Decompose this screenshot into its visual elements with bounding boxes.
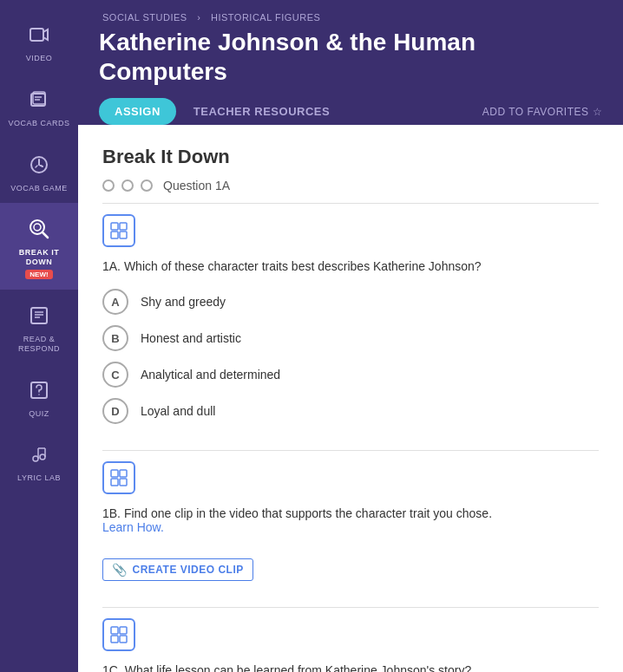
add-favorites-label: Add to Favorites xyxy=(482,106,589,118)
svg-rect-20 xyxy=(111,223,118,230)
assign-button[interactable]: Assign xyxy=(99,98,176,125)
question-1b-top: 1B. Find one clip in the video that supp… xyxy=(102,461,599,581)
breadcrumb-subject: Social Studies xyxy=(102,12,187,23)
svg-point-15 xyxy=(33,456,38,461)
sidebar-item-vocab-game[interactable]: Vocab Game xyxy=(0,139,78,204)
question-1a-block: 1A. Which of these character traits best… xyxy=(102,214,599,424)
svg-point-14 xyxy=(38,394,40,395)
sidebar-vocab-game-label: Vocab Game xyxy=(10,184,68,193)
sidebar-vocab-cards-label: Vocab Cards xyxy=(8,119,69,128)
sidebar-read-respond-label: Read & Respond xyxy=(7,335,71,354)
svg-rect-25 xyxy=(120,470,127,477)
svg-rect-22 xyxy=(111,232,118,238)
question-label: Question 1A xyxy=(163,179,230,192)
svg-rect-26 xyxy=(111,479,118,486)
svg-rect-9 xyxy=(31,308,47,323)
svg-rect-28 xyxy=(111,627,118,634)
read-respond-icon xyxy=(23,300,55,331)
dot-3 xyxy=(141,179,153,192)
header-actions: Assign Teacher Resources Add to Favorite… xyxy=(99,98,602,125)
add-to-favorites-button[interactable]: Add to Favorites ☆ xyxy=(482,106,602,118)
quiz-icon xyxy=(23,375,55,406)
svg-rect-31 xyxy=(120,636,127,643)
question-1b-text: 1B. Find one clip in the video that supp… xyxy=(102,506,599,534)
svg-rect-24 xyxy=(111,470,118,477)
breadcrumb-category: Historical Figures xyxy=(211,12,320,23)
question-1c-icon xyxy=(102,618,135,651)
option-c-circle: C xyxy=(102,362,128,388)
sidebar-item-video[interactable]: Video xyxy=(0,9,78,74)
dot-2 xyxy=(121,179,134,192)
new-badge: NEW! xyxy=(25,270,52,279)
star-icon: ☆ xyxy=(593,106,603,118)
page-title: Katherine Johnson & the Human Computers xyxy=(99,28,602,86)
option-d[interactable]: D Loyal and dull xyxy=(102,398,599,424)
question-1a-text: 1A. Which of these character traits best… xyxy=(102,259,599,273)
teacher-resources-button[interactable]: Teacher Resources xyxy=(183,98,340,125)
progress-dots: Question 1A xyxy=(102,179,599,192)
option-b[interactable]: B Honest and artistic xyxy=(102,325,599,351)
clip-icon: 📎 xyxy=(112,563,128,577)
sidebar-lyric-lab-label: Lyric Lab xyxy=(17,473,61,483)
sidebar-video-label: Video xyxy=(26,54,53,63)
divider-2 xyxy=(102,450,599,451)
svg-rect-21 xyxy=(120,223,127,230)
sidebar-quiz-label: Quiz xyxy=(29,409,49,419)
divider xyxy=(102,203,599,204)
divider-3 xyxy=(102,607,599,608)
section-title: Break It Down xyxy=(102,146,599,168)
sidebar-break-it-down-label: BREAK ITDOWN xyxy=(19,248,60,267)
sidebar-item-lyric-lab[interactable]: Lyric Lab xyxy=(0,428,78,493)
question-1b-block: 1B. Find one clip in the video that supp… xyxy=(102,461,599,581)
svg-rect-0 xyxy=(30,29,43,41)
option-a-circle: A xyxy=(102,289,128,315)
question-1c-top: 1C. What life lesson can be learned from… xyxy=(102,618,599,672)
main-content: Social Studies › Historical Figures Kath… xyxy=(78,0,623,672)
sidebar-item-quiz[interactable]: Quiz xyxy=(0,364,78,429)
question-1a-icon xyxy=(102,214,135,247)
svg-point-16 xyxy=(40,454,45,460)
create-clip-label: Create Video Clip xyxy=(133,564,244,576)
breadcrumb-separator: › xyxy=(197,12,200,23)
create-video-clip-button[interactable]: 📎 Create Video Clip xyxy=(102,558,253,581)
options-list: A Shy and greedy B Honest and artistic C… xyxy=(102,289,599,424)
vocab-game-icon xyxy=(23,149,55,180)
header-tabs: Assign Teacher Resources xyxy=(99,98,340,125)
option-b-text: Honest and artistic xyxy=(141,331,241,345)
svg-point-7 xyxy=(34,224,41,231)
content-inner: Break It Down Question 1A 1A. xyxy=(78,125,623,672)
option-a-text: Shy and greedy xyxy=(141,295,226,309)
option-c[interactable]: C Analytical and determined xyxy=(102,362,599,388)
break-it-down-icon xyxy=(23,213,55,245)
svg-rect-23 xyxy=(120,232,127,238)
option-c-text: Analytical and determined xyxy=(141,368,280,382)
option-a[interactable]: A Shy and greedy xyxy=(102,289,599,315)
question-1c-block: 1C. What life lesson can be learned from… xyxy=(102,618,599,672)
content-area: Break It Down Question 1A 1A. xyxy=(78,125,623,672)
breadcrumb: Social Studies › Historical Figures xyxy=(99,12,602,23)
header: Social Studies › Historical Figures Kath… xyxy=(78,0,623,125)
dot-1 xyxy=(102,179,115,192)
svg-rect-27 xyxy=(120,479,127,486)
sidebar-item-vocab-cards[interactable]: Vocab Cards xyxy=(0,74,78,139)
sidebar-item-break-it-down[interactable]: BREAK ITDOWN NEW! xyxy=(0,203,78,290)
vocab-cards-icon xyxy=(23,84,55,115)
sidebar-item-read-respond[interactable]: Read & Respond xyxy=(0,290,78,364)
option-d-text: Loyal and dull xyxy=(141,404,215,418)
learn-how-link[interactable]: Learn How. xyxy=(102,520,164,534)
lyric-lab-icon xyxy=(23,439,55,470)
svg-line-8 xyxy=(43,232,48,238)
question-1b-icon xyxy=(102,461,135,494)
sidebar: Video Vocab Cards Vocab Game xyxy=(0,0,78,672)
video-icon xyxy=(23,19,55,50)
question-1c-text: 1C. What life lesson can be learned from… xyxy=(102,663,599,672)
svg-rect-29 xyxy=(120,627,127,634)
option-b-circle: B xyxy=(102,325,128,351)
svg-rect-30 xyxy=(111,636,118,643)
option-d-circle: D xyxy=(102,398,128,424)
